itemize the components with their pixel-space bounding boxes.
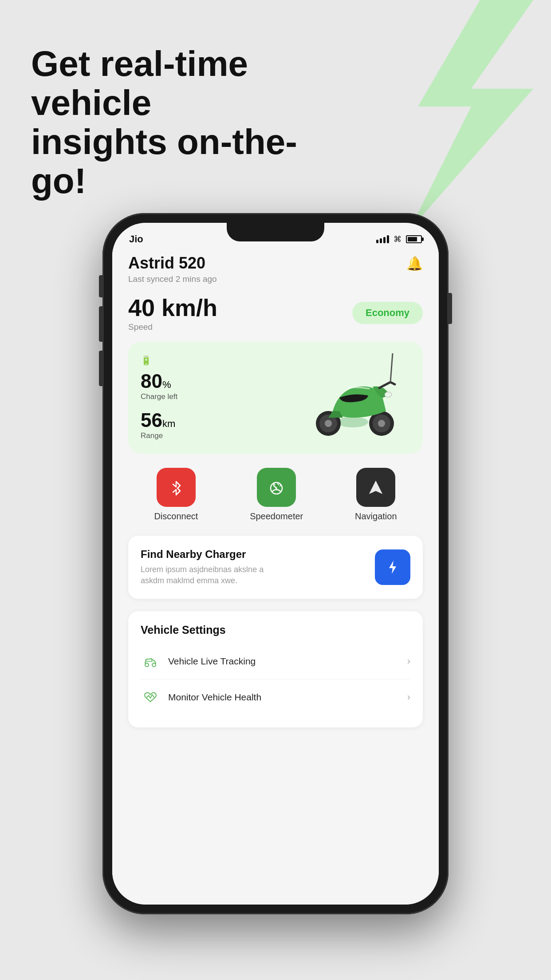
settings-item-live-tracking[interactable]: Vehicle Live Tracking › bbox=[141, 644, 410, 680]
navigation-button[interactable] bbox=[356, 468, 395, 507]
scooter-tracking-icon bbox=[142, 653, 158, 669]
disconnect-button[interactable] bbox=[157, 468, 196, 507]
notch bbox=[227, 223, 324, 241]
app-header: Astrid 520 Last synced 2 mins ago 🔔 bbox=[128, 254, 423, 284]
svg-point-18 bbox=[152, 663, 156, 667]
health-label: Monitor Vehicle Health bbox=[168, 692, 261, 703]
svg-marker-15 bbox=[370, 482, 382, 493]
disconnect-wrapper: Disconnect bbox=[154, 468, 198, 522]
action-buttons: Disconnect bbox=[128, 468, 423, 522]
signal-icon bbox=[376, 235, 389, 243]
range-unit: km bbox=[162, 418, 175, 429]
lightning-decoration bbox=[338, 0, 551, 231]
settings-item-left: Monitor Vehicle Health bbox=[141, 688, 261, 707]
find-charger-button[interactable] bbox=[375, 549, 410, 585]
svg-line-9 bbox=[390, 382, 395, 384]
notification-bell-icon[interactable]: 🔔 bbox=[406, 256, 423, 271]
svg-point-4 bbox=[325, 420, 332, 427]
vehicle-settings-card: Vehicle Settings Vehi bbox=[128, 611, 423, 727]
charge-label: Charge left bbox=[141, 392, 177, 401]
phone-mockup: Jio ⌘ bbox=[102, 213, 449, 914]
navigation-wrapper: Navigation bbox=[355, 468, 397, 522]
headline-line1: Get real-time vehicle bbox=[31, 44, 248, 122]
volume-up-button bbox=[99, 306, 102, 342]
wifi-icon: ⌘ bbox=[394, 234, 401, 244]
status-icons: ⌘ bbox=[376, 234, 422, 244]
speedometer-wrapper: Speedometer bbox=[250, 468, 303, 522]
settings-title: Vehicle Settings bbox=[141, 624, 410, 636]
carrier-label: Jio bbox=[129, 233, 143, 245]
speedometer-button[interactable] bbox=[257, 468, 296, 507]
chevron-right-icon-2: › bbox=[407, 692, 410, 703]
phone-bezel: Jio ⌘ bbox=[102, 213, 449, 914]
headline: Get real-time vehicle insights on-the-go… bbox=[31, 44, 342, 201]
headline-line2: insights on-the-go! bbox=[31, 122, 297, 201]
mode-badge[interactable]: Economy bbox=[352, 302, 423, 324]
charger-card: Find Nearby Charger Lorem ipsum asjdneib… bbox=[128, 536, 423, 599]
charge-display: 80% bbox=[141, 370, 177, 392]
range-display: 56km bbox=[141, 409, 177, 431]
svg-line-10 bbox=[390, 353, 393, 382]
speedometer-icon bbox=[268, 479, 285, 496]
vehicle-sync-time: Last synced 2 mins ago bbox=[128, 274, 217, 284]
charger-bolt-icon bbox=[385, 559, 401, 575]
range-value: 56 bbox=[141, 409, 162, 431]
speed-display: 40 km/h bbox=[128, 294, 217, 321]
vehicle-name: Astrid 520 bbox=[128, 254, 217, 273]
app-content: Astrid 520 Last synced 2 mins ago 🔔 40 k… bbox=[112, 249, 439, 905]
battery-small-icon: 🔋 bbox=[141, 355, 152, 366]
charge-percent: 80 bbox=[141, 370, 162, 392]
heart-health-icon bbox=[142, 689, 158, 705]
bluetooth-icon bbox=[168, 479, 185, 496]
speed-section: 40 km/h Speed Economy bbox=[128, 294, 423, 332]
charger-description: Lorem ipsum asjdneibnas akslne a askdm m… bbox=[141, 564, 283, 586]
settings-item-health[interactable]: Monitor Vehicle Health › bbox=[141, 680, 410, 715]
svg-line-8 bbox=[379, 382, 390, 388]
speed-info: 40 km/h Speed bbox=[128, 294, 217, 332]
svg-point-1 bbox=[337, 417, 368, 427]
svg-point-11 bbox=[385, 392, 392, 397]
svg-point-14 bbox=[276, 487, 277, 489]
svg-marker-0 bbox=[409, 0, 533, 231]
svg-point-17 bbox=[145, 663, 149, 667]
speed-label: Speed bbox=[128, 322, 217, 332]
battery-icon bbox=[406, 235, 422, 243]
vehicle-info: Astrid 520 Last synced 2 mins ago bbox=[128, 254, 217, 284]
charge-unit: % bbox=[162, 379, 171, 390]
charger-card-text: Find Nearby Charger Lorem ipsum asjdneib… bbox=[141, 548, 283, 586]
battery-indicator: 🔋 bbox=[141, 355, 177, 366]
vehicle-stats: 🔋 80% Charge left 56km Range bbox=[141, 355, 177, 440]
scooter-image bbox=[295, 353, 410, 442]
health-icon bbox=[141, 688, 160, 707]
volume-down-button bbox=[99, 351, 102, 386]
mute-button bbox=[99, 275, 102, 297]
live-tracking-icon bbox=[141, 652, 160, 671]
scooter-svg bbox=[295, 353, 410, 442]
phone-screen: Jio ⌘ bbox=[112, 223, 439, 905]
power-button bbox=[449, 293, 452, 324]
range-label: Range bbox=[141, 431, 177, 440]
svg-point-7 bbox=[378, 420, 385, 427]
navigation-icon bbox=[367, 479, 384, 496]
chevron-right-icon: › bbox=[407, 656, 410, 667]
vehicle-card: 🔋 80% Charge left 56km Range bbox=[128, 342, 423, 454]
charger-title: Find Nearby Charger bbox=[141, 548, 283, 561]
live-tracking-label: Vehicle Live Tracking bbox=[168, 656, 256, 667]
navigation-label: Navigation bbox=[355, 511, 397, 522]
settings-item-left: Vehicle Live Tracking bbox=[141, 652, 256, 671]
speedometer-label: Speedometer bbox=[250, 511, 303, 522]
disconnect-label: Disconnect bbox=[154, 511, 198, 522]
svg-marker-16 bbox=[389, 561, 396, 574]
